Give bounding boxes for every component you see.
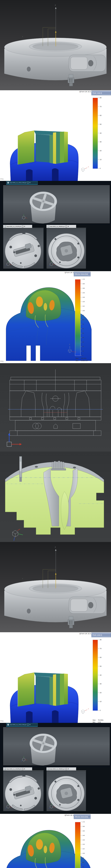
max-value: 78.0381 bbox=[98, 719, 104, 721]
tab-label: iwa-4449_nv_HMAN.prt bbox=[50, 768, 65, 770]
tick-label: 0 bbox=[82, 355, 83, 356]
close-icon[interactable]: ✕ bbox=[68, 226, 69, 227]
pin-icon[interactable] bbox=[27, 724, 29, 726]
tick-label: 90 bbox=[82, 314, 84, 316]
legend-title-bar: Plastic strain [] bbox=[91, 632, 111, 637]
hollow-die-render[interactable] bbox=[0, 723, 111, 767]
panel-nx-two-views-2: iwa-4449_nv_HCAP.prt ✕ iwa-4449_nv_HMAN.… bbox=[0, 767, 111, 814]
tab-label: iwa-4449_nv_HOLLOW.prt bbox=[10, 182, 27, 184]
tick-label: 0 bbox=[100, 710, 101, 711]
min-readout: Min : 0.05 bbox=[92, 721, 101, 723]
tick-label: 10 bbox=[100, 701, 102, 702]
part-icon bbox=[7, 182, 9, 184]
view-triad-icon[interactable] bbox=[5, 803, 12, 809]
view-triad-icon[interactable] bbox=[21, 756, 28, 762]
pin-icon[interactable] bbox=[22, 226, 24, 227]
panel-qform-stress-1: QForm UK 10.2.4 Effective Stress [ksi] 1… bbox=[0, 271, 111, 363]
pin-icon[interactable] bbox=[66, 226, 67, 227]
view-triad-icon[interactable] bbox=[5, 260, 12, 266]
colorbar bbox=[92, 640, 98, 711]
colorbar-ticks: 170 160 150 140 130 120 110 100 90 80 70… bbox=[81, 821, 90, 868]
panel-qform-plastic-1: QForm UK 10.2.4 Plastic strain [] 80 70 … bbox=[0, 90, 111, 181]
min-label: Min : bbox=[76, 360, 81, 362]
close-icon[interactable]: ✕ bbox=[24, 768, 25, 770]
tab-hollow-part[interactable]: iwa-4449_nv_HOLLOW.prt ✕ bbox=[6, 723, 38, 726]
tick-label: 160 bbox=[82, 826, 85, 827]
tick-label: 100 bbox=[82, 852, 85, 854]
tab-strip-line bbox=[32, 770, 44, 771]
orientation-triad-icon[interactable] bbox=[81, 709, 88, 715]
cap-man-render[interactable] bbox=[0, 767, 111, 814]
close-icon[interactable]: ✕ bbox=[24, 226, 25, 227]
close-icon[interactable]: ✕ bbox=[30, 724, 31, 725]
part-icon bbox=[7, 724, 9, 726]
tick-label: 20 bbox=[100, 150, 102, 152]
orientation-triad-icon[interactable] bbox=[67, 345, 76, 353]
part-icon bbox=[47, 768, 49, 770]
legend-title-bar: Effective Stress [ksi] bbox=[74, 814, 90, 819]
tick-label: 50 bbox=[100, 123, 102, 125]
max-value: 166.541 bbox=[81, 358, 86, 359]
tick-label: 50 bbox=[82, 333, 84, 334]
max-readout: Max : 166.541 bbox=[76, 358, 86, 359]
max-readout: Max : 78.0381 bbox=[92, 719, 104, 721]
orientation-triad-icon[interactable] bbox=[81, 167, 88, 173]
iso-die-render[interactable] bbox=[0, 0, 111, 90]
legend-title-bar: Plastic strain [] bbox=[91, 91, 111, 95]
tab-strip-line bbox=[32, 228, 44, 228]
tick-label: 50 bbox=[100, 665, 102, 667]
panel-green-section bbox=[0, 452, 111, 542]
tab-strip-line bbox=[76, 770, 86, 771]
tick-label: 130 bbox=[82, 839, 85, 841]
tab-hcap-part[interactable]: iwa-4449_nv_HCAP.prt ✕ bbox=[3, 767, 32, 771]
view-triad-icon[interactable] bbox=[10, 528, 24, 541]
tick-label: 70 bbox=[100, 106, 102, 107]
cap-man-render[interactable] bbox=[0, 225, 111, 271]
tick-label: 80 bbox=[100, 97, 102, 99]
tab-hman-part[interactable]: iwa-4449_nv_HMAN.prt ✕ bbox=[46, 767, 76, 771]
legend-title: Plastic strain [] bbox=[92, 92, 102, 94]
tab-hman-part[interactable]: iwa-4449_nv_HMAN.prt ✕ bbox=[46, 225, 76, 228]
view-triad-icon[interactable] bbox=[21, 214, 28, 220]
min-readout: Min : 0.0367147 bbox=[76, 360, 88, 362]
z-axis-label: Z bbox=[55, 547, 56, 548]
panel-wireframe-drawing bbox=[0, 363, 111, 452]
close-icon[interactable]: ✕ bbox=[68, 768, 69, 770]
tick-label: 40 bbox=[100, 674, 102, 676]
colorbar-ticks: 170 160 150 140 130 120 110 100 90 80 70… bbox=[81, 278, 90, 356]
tab-strip: iwa-4449_nv_HOLLOW.prt ✕ bbox=[0, 723, 111, 726]
stress-section-render[interactable] bbox=[0, 271, 111, 363]
part-icon bbox=[47, 225, 49, 227]
view-triad-icon[interactable] bbox=[48, 260, 56, 266]
tick-label: 30 bbox=[100, 683, 102, 685]
view-triad-icon[interactable] bbox=[48, 803, 56, 809]
tick-label: 30 bbox=[82, 341, 84, 343]
qform-version-label: QForm UK 10.2.4 bbox=[79, 91, 92, 93]
tick-label: 40 bbox=[100, 132, 102, 134]
panel-iso-view-1: Z Y bbox=[0, 0, 111, 90]
legend-title-bar: Effective Stress [ksi] bbox=[74, 272, 90, 276]
legend-title: Effective Stress [ksi] bbox=[75, 816, 88, 818]
active-tab-underline bbox=[6, 726, 38, 726]
iso-die-render[interactable] bbox=[0, 542, 111, 632]
tick-label: 140 bbox=[82, 835, 85, 836]
tab-label: iwa-4449_nv_HMAN.prt bbox=[50, 226, 65, 227]
stress-section-render[interactable] bbox=[0, 814, 111, 868]
tab-hcap-part[interactable]: iwa-4449_nv_HCAP.prt ✕ bbox=[3, 225, 32, 228]
tick-label: 80 bbox=[82, 319, 84, 320]
colorbar bbox=[75, 822, 80, 868]
axis-glyph-icon[interactable] bbox=[6, 432, 24, 448]
pin-icon[interactable] bbox=[27, 182, 29, 184]
tick-label: 150 bbox=[82, 830, 85, 832]
close-icon[interactable]: ✕ bbox=[30, 182, 31, 184]
tab-label: iwa-4449_nv_HCAP.prt bbox=[7, 768, 21, 770]
hollow-die-render[interactable] bbox=[0, 181, 111, 225]
tab-hollow-part[interactable]: iwa-4449_nv_HOLLOW.prt ✕ bbox=[6, 181, 38, 184]
tick-label: 90 bbox=[82, 857, 84, 859]
panel-qform-stress-2: QForm UK 10.2.4 Effective Stress [ksi] 1… bbox=[0, 814, 111, 868]
pin-icon[interactable] bbox=[66, 768, 67, 770]
tick-label: 140 bbox=[82, 292, 85, 293]
watermark-text: ning bbox=[0, 178, 3, 180]
triad-z-label: Z bbox=[69, 344, 70, 345]
pin-icon[interactable] bbox=[22, 768, 24, 770]
